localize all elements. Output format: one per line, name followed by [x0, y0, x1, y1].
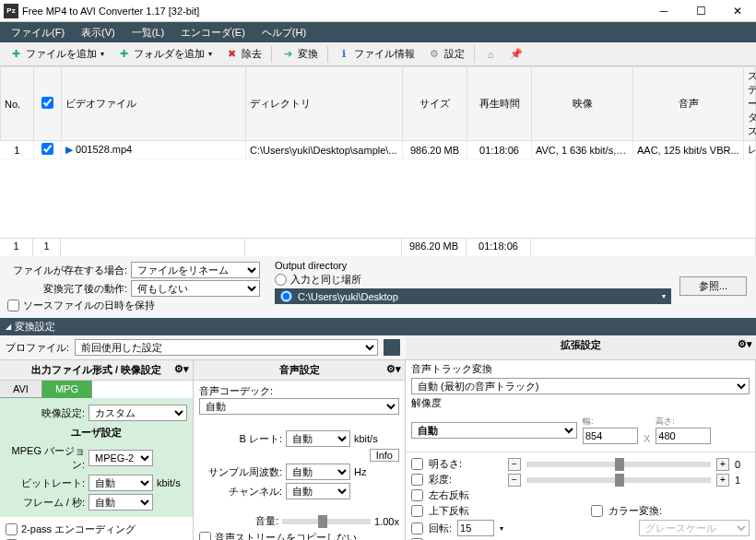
profile-select[interactable]: 前回使用した設定: [75, 339, 378, 356]
flip-v-check[interactable]: [411, 505, 423, 517]
volume-slider[interactable]: [282, 519, 371, 524]
output-format-title: 出力ファイル形式 / 映像設定 ⚙▾: [0, 360, 193, 381]
gear-icon: ⚙: [428, 48, 441, 61]
minimize-button[interactable]: ─: [645, 0, 682, 22]
cell-size: 986.20 MB: [403, 141, 467, 159]
close-button[interactable]: ✕: [719, 0, 756, 22]
add-folder-button[interactable]: ✚フォルダを追加▾: [112, 45, 218, 63]
file-info-button[interactable]: ℹファイル情報: [332, 45, 420, 63]
gear-icon[interactable]: ⚙▾: [738, 338, 752, 350]
remove-button[interactable]: ✖除去: [219, 45, 267, 63]
user-settings-title: ユーザ設定: [6, 424, 187, 441]
bitrate-select[interactable]: 自動: [89, 475, 153, 491]
browse-button[interactable]: 参照...: [679, 276, 747, 296]
custom-path-radio[interactable]: [280, 290, 292, 302]
col-duration[interactable]: 再生時間: [467, 67, 532, 141]
check-all[interactable]: [41, 97, 53, 109]
audio-track-label: 音声トラック変換: [406, 360, 755, 378]
after-select[interactable]: 何もしない: [131, 280, 260, 297]
video-file-icon: ▶: [65, 144, 73, 155]
menu-view[interactable]: 表示(V): [74, 24, 123, 41]
audio-settings-title: 音声設定 ⚙▾: [194, 360, 405, 381]
menu-file[interactable]: ファイル(F): [4, 24, 72, 41]
extended-settings-title: 拡張設定 ⚙▾: [406, 335, 756, 360]
bitrate-unit: kbit/s: [157, 477, 184, 488]
flip-h-check[interactable]: [411, 489, 423, 501]
cell-no: 1: [1, 141, 34, 159]
color-conv-select: グレースケール: [639, 520, 750, 536]
col-check[interactable]: [34, 67, 62, 141]
brightness-check[interactable]: [411, 458, 423, 470]
window-title: Free MP4 to AVI Converter 1.17 [32-bit]: [22, 6, 645, 17]
fps-select[interactable]: 自動: [89, 494, 153, 511]
toolbar: ✚ファイルを追加▾ ✚フォルダを追加▾ ✖除去 ➔変換 ℹファイル情報 ⚙設定 …: [0, 42, 756, 66]
tab-avi[interactable]: AVI: [0, 381, 42, 398]
cell-dir: C:\Users\yuki\Desktop\sample\...: [246, 141, 403, 159]
height-input[interactable]: [656, 428, 711, 444]
no-copy-audio-check[interactable]: [199, 532, 211, 540]
rotate-input[interactable]: [457, 520, 494, 536]
col-status[interactable]: ステータス: [744, 67, 756, 141]
rotate-check[interactable]: [411, 522, 423, 534]
col-size[interactable]: サイズ: [403, 67, 467, 141]
resolution-label: 解像度: [406, 394, 755, 412]
brightness-slider[interactable]: [526, 462, 711, 467]
color-conv-check[interactable]: [591, 505, 603, 517]
plus-icon: ✚: [9, 48, 22, 61]
minus-button[interactable]: −: [508, 458, 521, 471]
mpeg-version-select[interactable]: MPEG-2: [89, 450, 153, 466]
video-setting-label: 映像設定:: [6, 406, 85, 420]
resolution-select[interactable]: 自動: [411, 422, 577, 439]
channel-label: チャンネル:: [199, 485, 282, 499]
settings-button[interactable]: ⚙設定: [422, 45, 470, 63]
video-setting-select[interactable]: カスタム: [89, 405, 187, 421]
twopass-check[interactable]: [6, 523, 18, 535]
menu-encoder[interactable]: エンコーダ(E): [173, 24, 253, 41]
saturation-check[interactable]: [411, 474, 423, 486]
add-file-button[interactable]: ✚ファイルを追加▾: [4, 45, 110, 63]
pin-icon: 📌: [510, 48, 523, 61]
keep-timestamp-check[interactable]: [7, 299, 19, 311]
table-row[interactable]: 1 ▶ 001528.mp4 C:\Users\yuki\Desktop\sam…: [1, 141, 756, 159]
same-as-input-radio[interactable]: [275, 274, 287, 286]
menu-help[interactable]: ヘルプ(H): [254, 24, 313, 41]
profile-dropdown-button[interactable]: [384, 339, 400, 356]
cell-file: ▶ 001528.mp4: [62, 141, 246, 159]
sample-rate-select[interactable]: 自動: [286, 464, 350, 480]
row-check[interactable]: [41, 143, 53, 155]
plus-button[interactable]: +: [716, 474, 729, 487]
col-video[interactable]: 映像: [532, 67, 633, 141]
conversion-settings-header[interactable]: 変換設定: [0, 318, 756, 335]
menubar: ファイル(F) 表示(V) 一覧(L) エンコーダ(E) ヘルプ(H): [0, 22, 756, 42]
chevron-down-icon[interactable]: ▾: [500, 524, 503, 533]
menu-list[interactable]: 一覧(L): [124, 24, 171, 41]
audio-codec-label: 音声コーデック:: [199, 384, 399, 398]
plus-button[interactable]: +: [716, 458, 729, 471]
pin-button[interactable]: 📌: [504, 46, 528, 63]
fps-label: フレーム / 秒:: [6, 496, 85, 510]
col-dir[interactable]: ディレクトリ: [246, 67, 403, 141]
col-file[interactable]: ビデオファイル: [62, 67, 246, 141]
audio-track-select[interactable]: 自動 (最初の音声トラック): [411, 378, 750, 394]
col-no[interactable]: No.: [1, 67, 34, 141]
b-rate-select[interactable]: 自動: [286, 430, 350, 447]
home-button[interactable]: ⌂: [478, 46, 502, 63]
info-button[interactable]: Info: [370, 449, 399, 462]
width-input[interactable]: [583, 428, 638, 444]
chevron-down-icon[interactable]: ▾: [662, 292, 666, 300]
file-table: No. ビデオファイル ディレクトリ サイズ 再生時間 映像 音声 ステータス …: [0, 66, 756, 238]
b-rate-label: B レート:: [199, 432, 282, 446]
minus-button[interactable]: −: [508, 474, 521, 487]
tab-mpg[interactable]: MPG: [42, 381, 92, 398]
gear-icon[interactable]: ⚙▾: [174, 363, 189, 375]
gear-icon[interactable]: ⚙▾: [386, 363, 401, 375]
exist-select[interactable]: ファイルをリネーム: [131, 262, 260, 278]
channel-select[interactable]: 自動: [286, 483, 350, 499]
output-dir-label: Output directory: [275, 260, 749, 271]
maximize-button[interactable]: ☐: [682, 0, 719, 22]
saturation-slider[interactable]: [526, 477, 711, 483]
volume-label: 音量:: [199, 514, 278, 528]
convert-button[interactable]: ➔変換: [276, 45, 324, 63]
col-audio[interactable]: 音声: [633, 67, 744, 141]
audio-codec-select[interactable]: 自動: [199, 398, 399, 415]
